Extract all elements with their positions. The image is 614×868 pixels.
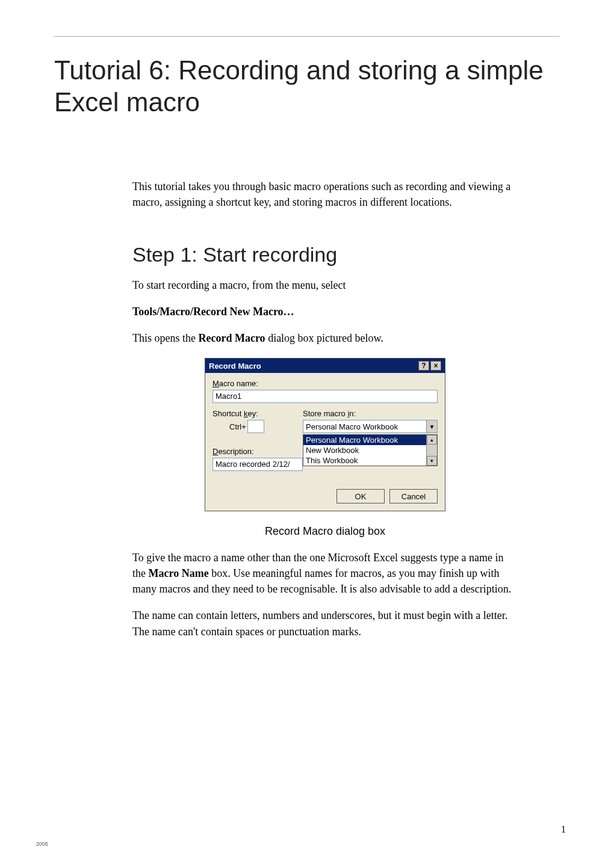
intro-paragraph: This tutorial takes you through basic ma…: [132, 179, 518, 210]
store-macro-dropdown[interactable]: Personal Macro Workbook ▼: [303, 420, 438, 433]
close-button[interactable]: ×: [430, 361, 441, 371]
ok-button[interactable]: OK: [336, 489, 385, 503]
description-input[interactable]: Macro recorded 2/12/: [212, 458, 303, 471]
content-area: This tutorial takes you through basic ma…: [132, 179, 518, 639]
shortcut-key-input[interactable]: [247, 420, 264, 433]
description-label: Description:: [212, 447, 438, 456]
shortcut-prefix: Ctrl+: [229, 422, 246, 431]
menu-path: Tools/Macro/Record New Macro…: [132, 304, 518, 319]
scroll-up-icon[interactable]: ▴: [427, 435, 437, 445]
dialog-titlebar: Record Macro ? ×: [205, 359, 445, 373]
paragraph-5: The name can contain letters, numbers an…: [132, 608, 518, 639]
macro-name-input[interactable]: Macro1: [212, 390, 438, 403]
p3-pre: This opens the: [132, 332, 199, 344]
shortcut-key-label: Shortcut key:: [212, 409, 291, 418]
paragraph-3: This opens the Record Macro dialog box p…: [132, 330, 518, 346]
page-title: Tutorial 6: Recording and storing a simp…: [54, 55, 560, 119]
paragraph-1: To start recording a macro, from the men…: [132, 277, 518, 293]
paragraph-4: To give the macro a name other than the …: [132, 550, 518, 597]
dialog-title: Record Macro: [209, 362, 261, 371]
cancel-button[interactable]: Cancel: [389, 489, 438, 503]
macro-name-label: Macro name:: [212, 379, 438, 388]
p3-bold: Record Macro: [199, 332, 265, 344]
step1-heading: Step 1: Start recording: [132, 243, 518, 266]
top-rule: [54, 36, 560, 37]
store-option-personal[interactable]: Personal Macro Workbook: [303, 435, 426, 445]
p4-bold: Macro Name: [149, 567, 209, 579]
dialog-figure: Record Macro ? × Macro name: Macro1 Shor…: [132, 358, 518, 511]
store-macro-label: Store macro in:: [303, 409, 438, 418]
dialog-body: Macro name: Macro1 Shortcut key: Ctrl+ S…: [205, 373, 445, 511]
store-macro-value: Personal Macro Workbook: [303, 421, 426, 432]
record-macro-dialog: Record Macro ? × Macro name: Macro1 Shor…: [205, 358, 445, 511]
figure-caption: Record Macro dialog box: [132, 523, 518, 539]
page-number: 1: [561, 824, 566, 835]
footer-year: 2005: [36, 841, 48, 847]
help-button[interactable]: ?: [418, 361, 429, 371]
p3-post: dialog box pictured below.: [265, 332, 383, 344]
chevron-down-icon: ▼: [426, 420, 437, 432]
